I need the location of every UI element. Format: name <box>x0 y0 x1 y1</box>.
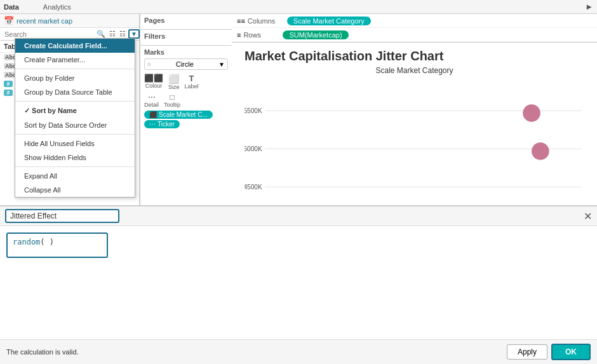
menu-separator-1 <box>15 69 135 69</box>
modal-body: random( ) <box>0 226 597 339</box>
calculated-field-name-input[interactable] <box>5 209 119 223</box>
panel-close-icon[interactable]: ► <box>585 2 593 11</box>
pages-section: Pages <box>140 14 232 30</box>
field-type-badge: # <box>4 90 13 96</box>
marks-section: Marks ○ Circle ▼ ⬛⬛ Colour <box>140 46 232 131</box>
menu-item-create-calculated[interactable]: Create Calculated Field... <box>15 39 135 53</box>
dropdown-button[interactable]: ▼ <box>128 29 140 39</box>
marks-colour-label: Colour <box>145 83 163 89</box>
marks-colour-button[interactable]: ⬛⬛ Colour <box>144 74 163 90</box>
marks-size-icon: ⬜ <box>168 74 179 84</box>
menu-separator-2 <box>15 101 135 102</box>
calculated-field-dialog: ✕ random( ) The calculation is valid. Ap… <box>0 205 597 364</box>
marks-colour-icon: ⬛⬛ <box>144 74 163 83</box>
marks-label-icon: T <box>189 74 194 83</box>
menu-item-expand-all[interactable]: Expand All <box>15 169 135 183</box>
rows-row: ≡ Rows SUM(Marketcap) <box>232 28 597 42</box>
columns-row: ≡≡ Columns Scale Market Category <box>232 14 597 28</box>
marks-label-label: Label <box>185 83 199 90</box>
marks-tooltip-button[interactable]: □ Tooltip <box>164 93 180 108</box>
svg-point-6 <box>523 104 540 122</box>
marks-detail-label: Detail <box>144 102 159 108</box>
columns-label: Columns <box>248 17 286 25</box>
menu-item-create-parameter[interactable]: Create Parameter... <box>15 53 135 67</box>
menu-item-group-by-datasource[interactable]: Group by Data Source Table <box>15 85 135 99</box>
filters-label: Filters <box>144 32 228 40</box>
menu-item-show-hidden[interactable]: Show Hidden Fields <box>15 151 135 165</box>
modal-header: ✕ <box>0 206 597 226</box>
filters-section: Filters <box>140 30 232 46</box>
marks-pill-scale[interactable]: ⬛ Scale Market C... <box>144 111 213 119</box>
analytics-tab[interactable]: Analytics <box>43 3 71 11</box>
datasource-name: recent market cap <box>17 17 135 25</box>
svg-text:4500K: 4500K <box>245 184 262 191</box>
search-input[interactable] <box>3 30 94 39</box>
svg-point-7 <box>532 142 549 160</box>
rows-label: Rows <box>243 31 281 39</box>
marks-size-button[interactable]: ⬜ Size <box>168 74 180 90</box>
grid-icon[interactable]: ☷ <box>118 29 127 39</box>
marks-shape-dropdown[interactable]: ○ Circle ▼ <box>144 58 228 70</box>
menu-separator-3 <box>15 134 135 135</box>
menu-item-collapse-all[interactable]: Collapse All <box>15 183 135 197</box>
datasource-icon: 📅 <box>4 16 14 25</box>
search-icon[interactable]: 🔍 <box>95 29 107 39</box>
marks-pill-ticker[interactable]: ⋯ Ticker <box>144 120 180 128</box>
chart-subtitle: Scale Market Category <box>245 66 584 75</box>
formula-keyword: random <box>13 238 40 246</box>
pages-label: Pages <box>144 17 228 24</box>
marks-label-button[interactable]: T Label <box>185 74 199 90</box>
menu-item-sort-by-name[interactable]: ✓ Sort by Name <box>15 104 135 118</box>
marks-shape-chevron: ▼ <box>218 61 225 68</box>
menu-separator-4 <box>15 166 135 167</box>
field-type-badge: # <box>4 81 13 87</box>
marks-tooltip-icon: □ <box>170 93 174 102</box>
filter-icon[interactable]: ☷ <box>108 29 117 39</box>
marks-detail-button[interactable]: ⋯ Detail <box>144 93 159 108</box>
columns-label-icon: ≡≡ <box>237 17 245 25</box>
columns-pill[interactable]: Scale Market Category <box>287 17 371 25</box>
menu-item-sort-by-datasource[interactable]: Sort by Data Source Order <box>15 118 135 132</box>
rows-label-icon: ≡ <box>237 31 241 39</box>
marks-pill-ticker-icon: ⋯ <box>149 121 156 128</box>
formula-input[interactable]: random( ) <box>6 233 108 258</box>
apply-button[interactable]: Apply <box>507 344 547 360</box>
marks-label: Marks <box>144 48 228 56</box>
formula-rest: ( ) <box>40 238 54 246</box>
marks-tooltip-label: Tooltip <box>164 102 180 108</box>
data-label: Data <box>4 3 19 11</box>
svg-text:5500K: 5500K <box>245 107 262 114</box>
svg-text:5000K: 5000K <box>245 145 262 152</box>
dropdown-menu: Create Calculated Field... Create Parame… <box>15 38 135 198</box>
menu-item-group-by-folder[interactable]: Group by Folder <box>15 71 135 85</box>
ok-button[interactable]: OK <box>551 344 591 360</box>
marks-size-label: Size <box>168 84 180 90</box>
chart-title: Market Capitalisation Jitter Chart <box>245 49 584 64</box>
modal-close-button[interactable]: ✕ <box>584 210 592 222</box>
marks-detail-icon: ⋯ <box>148 93 156 102</box>
rows-pill[interactable]: SUM(Marketcap) <box>283 30 348 39</box>
marks-shape-label: Circle <box>151 60 218 68</box>
chart-svg: 5500K 5000K 4500K <box>245 81 584 221</box>
modal-footer: The calculation is valid. Apply OK <box>0 339 597 364</box>
menu-item-hide-unused[interactable]: Hide All Unused Fields <box>15 137 135 151</box>
marks-pill-scale-icon: ⬛ <box>149 111 157 118</box>
validation-message: The calculation is valid. <box>6 348 507 356</box>
